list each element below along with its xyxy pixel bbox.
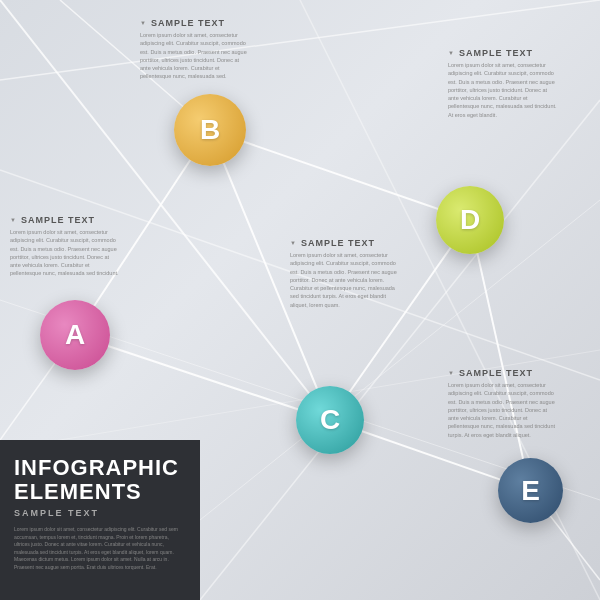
svg-line-11 xyxy=(210,130,470,220)
tb5-label: SAMPLE TEXT xyxy=(448,368,558,378)
node-c: C xyxy=(296,386,364,454)
node-a-label: A xyxy=(65,319,85,351)
node-b-label: B xyxy=(200,114,220,146)
svg-line-9 xyxy=(75,335,330,420)
tb3-label: SAMPLE TEXT xyxy=(290,238,400,248)
node-d-label: D xyxy=(460,204,480,236)
tb2-label: SAMPLE TEXT xyxy=(10,215,120,225)
dark-box-title1: INFOGRAPHIC ELEMENTS xyxy=(14,456,186,504)
dark-box-lorem: Lorem ipsum dolor sit amet, consectetur … xyxy=(14,526,186,571)
tb1-label: SAMPLE TEXT xyxy=(140,18,250,28)
infographic: A B C D E SAMPLE TEXT Lorem ipsum dolor … xyxy=(0,0,600,600)
node-d: D xyxy=(436,186,504,254)
svg-line-14 xyxy=(470,220,530,490)
tb1-lorem: Lorem ipsum dolor sit amet, consectetur … xyxy=(140,31,250,81)
tb3-lorem: Lorem ipsum dolor sit amet, consectetur … xyxy=(290,251,400,309)
text-block-2: SAMPLE TEXT Lorem ipsum dolor sit amet, … xyxy=(10,215,120,278)
node-c-label: C xyxy=(320,404,340,436)
node-e: E xyxy=(498,458,563,523)
text-block-4: SAMPLE TEXT Lorem ipsum dolor sit amet, … xyxy=(448,48,558,119)
tb2-lorem: Lorem ipsum dolor sit amet, consectetur … xyxy=(10,228,120,278)
node-e-label: E xyxy=(521,475,540,507)
svg-line-3 xyxy=(200,100,600,600)
tb4-label: SAMPLE TEXT xyxy=(448,48,558,58)
text-block-5: SAMPLE TEXT Lorem ipsum dolor sit amet, … xyxy=(448,368,558,439)
node-a: A xyxy=(40,300,110,370)
text-block-3: SAMPLE TEXT Lorem ipsum dolor sit amet, … xyxy=(290,238,400,309)
tb4-lorem: Lorem ipsum dolor sit amet, consectetur … xyxy=(448,61,558,119)
node-b: B xyxy=(174,94,246,166)
text-block-1: SAMPLE TEXT Lorem ipsum dolor sit amet, … xyxy=(140,18,250,81)
dark-box: INFOGRAPHIC ELEMENTS SAMPLE TEXT Lorem i… xyxy=(0,440,200,600)
tb5-lorem: Lorem ipsum dolor sit amet, consectetur … xyxy=(448,381,558,439)
dark-box-subtitle: SAMPLE TEXT xyxy=(14,508,186,518)
